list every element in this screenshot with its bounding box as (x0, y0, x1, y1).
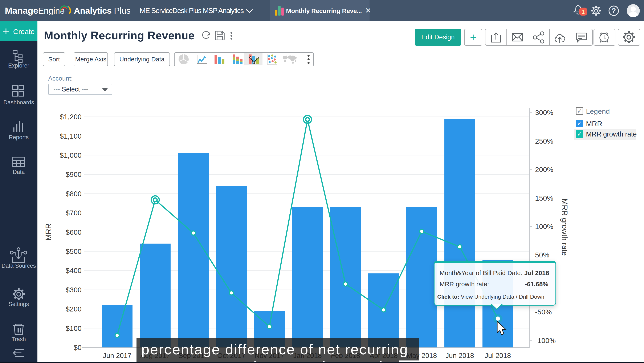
svg-text:50%: 50% (535, 251, 549, 259)
svg-text:$600: $600 (66, 228, 82, 236)
svg-text:200%: 200% (535, 166, 553, 174)
svg-text:Jun 2017: Jun 2017 (103, 352, 132, 360)
svg-text:$0: $0 (74, 344, 82, 352)
svg-text:?: ? (612, 6, 616, 15)
svg-text:Jun 2018: Jun 2018 (446, 352, 474, 360)
svg-text:$100: $100 (66, 324, 82, 332)
svg-text:150%: 150% (535, 194, 553, 202)
svg-text:$1,200: $1,200 (60, 113, 82, 121)
svg-text:$500: $500 (66, 247, 82, 255)
svg-text:$1,000: $1,000 (60, 151, 82, 159)
svg-text:300%: 300% (535, 108, 553, 116)
svg-text:$700: $700 (66, 209, 82, 217)
svg-text:$300: $300 (66, 286, 82, 294)
svg-text:$200: $200 (66, 305, 82, 313)
svg-text:$400: $400 (66, 266, 82, 274)
svg-text:$1,100: $1,100 (60, 132, 82, 140)
svg-text:$800: $800 (66, 190, 82, 198)
svg-text:100%: 100% (535, 222, 553, 230)
svg-text:Jul 2018: Jul 2018 (485, 352, 511, 360)
svg-text:1: 1 (582, 8, 585, 15)
svg-text:$900: $900 (66, 170, 82, 178)
svg-text:-100%: -100% (535, 336, 556, 344)
svg-text:-50%: -50% (535, 308, 552, 316)
svg-text:250%: 250% (535, 137, 553, 145)
svg-text:MRR growth rate: MRR growth rate (560, 198, 569, 256)
svg-text:MRR: MRR (44, 223, 53, 240)
